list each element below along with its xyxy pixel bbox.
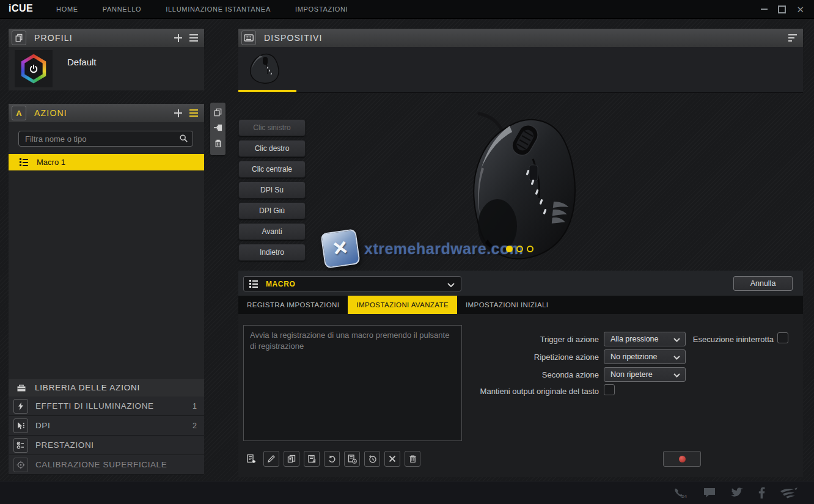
ripetizione-azione-dropdown[interactable]: No ripetizione (604, 349, 686, 364)
trigger-di-azione-dropdown[interactable]: Alla pressione (604, 332, 686, 346)
library-header[interactable]: LIBRERIA DELLE AZIONI (9, 379, 204, 397)
mouse-button-dpi-giu[interactable]: DPI Giù (238, 202, 306, 219)
library-item-prestazioni[interactable]: PRESTAZIONI (9, 436, 204, 455)
tab-registra-impostazioni[interactable]: REGISTRA IMPOSTAZIONI (238, 296, 348, 314)
actions-filter-input[interactable] (18, 131, 193, 147)
library-item-dpi[interactable]: DPI 2 (9, 416, 204, 436)
corsair-logo-icon[interactable] (780, 487, 798, 499)
library-item-effetti[interactable]: EFFETTI DI ILLUMINAZIONE 1 (9, 396, 204, 416)
undo-icon[interactable] (324, 451, 340, 467)
keyboard-icon (241, 31, 256, 45)
devices-header: DISPOSITIVI (238, 29, 803, 48)
mouse-image (451, 111, 590, 263)
power-icon (28, 64, 39, 75)
nav-home[interactable]: HOME (56, 5, 78, 13)
icue-window: iCUE HOME PANNELLO ILLUMINAZIONE ISTANTA… (0, 0, 814, 504)
devices-title: DISPOSITIVI (264, 33, 323, 43)
esecuzione-ininterrotta-checkbox[interactable] (777, 332, 788, 343)
profiles-icon (12, 31, 26, 45)
profiles-list: Default (9, 47, 204, 90)
mouse-button-indietro[interactable]: Indietro (238, 244, 306, 261)
chat-icon[interactable] (703, 487, 716, 499)
record-button[interactable] (663, 451, 701, 467)
library-title: LIBRERIA DELLE AZIONI (35, 383, 140, 392)
actions-side-toolbar (210, 103, 226, 155)
cancel-button[interactable]: Annulla (733, 276, 793, 291)
checkbox-label-mantieni: Mantieni output originale del tasto (428, 387, 599, 396)
profile-name: Default (67, 57, 97, 67)
profiles-header: PROFILI (9, 29, 204, 48)
library-count: 1 (193, 402, 197, 411)
actions-panel: Macro 1 (9, 122, 204, 379)
maximize-icon[interactable] (778, 5, 786, 13)
mouse-button-clic-centrale[interactable]: Clic centrale (238, 161, 306, 178)
device-tab-mouse[interactable] (238, 47, 296, 92)
edit-icon[interactable] (263, 451, 279, 467)
field-label-seconda: Seconda azione (428, 370, 599, 379)
window-controls: ✕ (761, 0, 804, 18)
support-24-icon[interactable]: 24 (673, 488, 688, 499)
action-item-macro1[interactable]: Macro 1 (9, 154, 204, 170)
mouse-button-clic-sinistro[interactable]: Clic sinistro (238, 119, 306, 136)
actions-badge-icon: A (12, 106, 26, 120)
actions-menu-icon[interactable] (189, 109, 198, 117)
profiles-menu-icon[interactable] (189, 34, 198, 42)
watermark-x-logo: × (320, 228, 361, 269)
profiles-title: PROFILI (34, 33, 73, 43)
chevron-down-icon (673, 369, 680, 380)
mouse-button-dpi-su[interactable]: DPI Su (238, 181, 306, 199)
nav-impostazioni[interactable]: IMPOSTAZIONI (295, 5, 348, 13)
mouse-button-avanti[interactable]: Avanti (238, 223, 306, 240)
nav-illuminazione-istantanea[interactable]: ILLUMINAZIONE ISTANTANEA (166, 5, 271, 13)
clear-icon[interactable] (384, 451, 400, 467)
seconda-azione-dropdown[interactable]: Non ripetere (604, 367, 686, 382)
active-tab-underline (238, 90, 296, 92)
add-action-icon[interactable] (174, 109, 182, 117)
profile-avatar (15, 50, 53, 87)
performance-icon (13, 438, 28, 453)
twitter-icon[interactable] (731, 488, 744, 498)
library-item-calibrazione[interactable]: CALIBRAZIONE SUPERFICIALE (9, 455, 204, 475)
macro-list-icon (20, 158, 28, 166)
paste-icon[interactable] (304, 451, 320, 467)
add-event-icon[interactable] (243, 451, 259, 467)
chevron-down-icon (673, 334, 680, 345)
facebook-icon[interactable] (758, 487, 765, 499)
chevron-down-icon (673, 351, 680, 362)
titlebar: iCUE HOME PANNELLO ILLUMINAZIONE ISTANTA… (0, 0, 814, 19)
record-dot-icon (679, 456, 686, 462)
mouse-button-clic-destro[interactable]: Clic destro (238, 140, 306, 157)
footer-bar: 24 (0, 481, 814, 504)
profile-item-default[interactable]: Default (9, 47, 204, 90)
page-dot-2[interactable] (516, 246, 523, 252)
record-delays-icon[interactable] (364, 451, 380, 467)
field-label-ripetizione: Ripetizione azione (428, 352, 599, 362)
minimize-icon[interactable] (761, 9, 768, 10)
copy-icon[interactable] (284, 451, 299, 467)
field-label-trigger: Trigger di azione (428, 335, 599, 344)
mantieni-output-checkbox[interactable] (604, 384, 615, 395)
insert-delay-icon[interactable] (344, 451, 360, 467)
page-dot-3[interactable] (527, 246, 534, 252)
icue-logo: iCUE (9, 3, 33, 14)
main-nav: HOME PANNELLO ILLUMINAZIONE ISTANTANEA I… (56, 0, 348, 18)
action-item-label: Macro 1 (37, 158, 65, 167)
trash-icon[interactable] (214, 139, 222, 150)
calibration-target-icon (13, 458, 28, 472)
page-dot-1[interactable] (506, 246, 513, 252)
add-profile-icon[interactable] (174, 34, 182, 42)
actions-title: AZIONI (34, 108, 67, 118)
import-icon[interactable] (213, 123, 223, 134)
copy-icon[interactable] (213, 108, 222, 119)
tab-impostazioni-iniziali[interactable]: IMPOSTAZIONI INIZIALI (457, 296, 557, 314)
tab-impostazioni-avanzate[interactable]: IMPOSTAZIONI AVANZATE (348, 296, 457, 314)
close-icon[interactable]: ✕ (796, 5, 804, 14)
svg-text:24: 24 (681, 493, 687, 499)
mouse-thumbnail (244, 52, 284, 85)
nav-pannello[interactable]: PANNELLO (103, 5, 141, 13)
devices-menu-icon[interactable] (788, 34, 797, 42)
actions-header: A AZIONI (9, 104, 204, 123)
delete-icon[interactable] (405, 451, 420, 467)
action-type-dropdown[interactable]: MACRO (243, 276, 461, 291)
checkbox-label-esecuzione: Esecuzione ininterrotta (688, 335, 774, 344)
